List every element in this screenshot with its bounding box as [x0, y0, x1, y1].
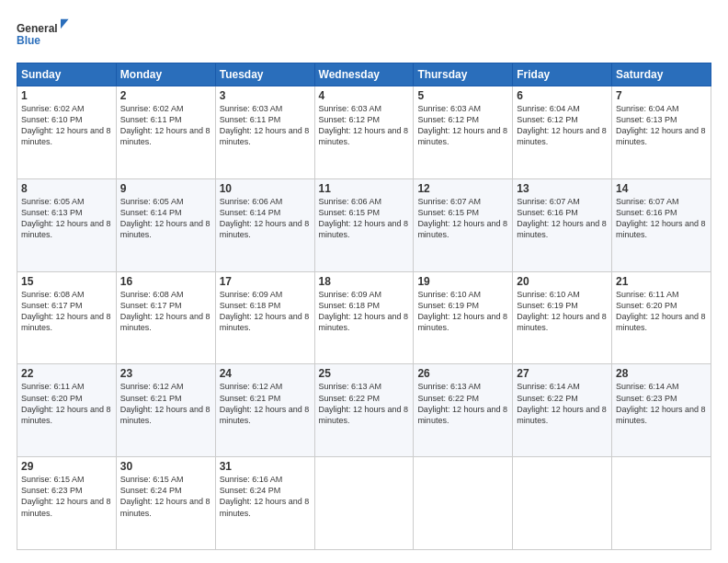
sunset-label: Sunset: 6:20 PM [21, 394, 83, 403]
day-number: 28 [616, 367, 707, 380]
day-number: 29 [21, 460, 112, 473]
sunrise-label: Sunrise: 6:16 AM [220, 475, 283, 484]
logo: General Blue [17, 17, 72, 53]
sunset-label: Sunset: 6:18 PM [220, 301, 281, 310]
day-info: Sunrise: 6:05 AM Sunset: 6:14 PM Dayligh… [120, 196, 211, 241]
sunset-label: Sunset: 6:13 PM [21, 208, 83, 217]
day-number: 18 [319, 275, 410, 288]
day-info: Sunrise: 6:03 AM Sunset: 6:12 PM Dayligh… [319, 103, 410, 148]
daylight-label: Daylight: 12 hours and 8 minutes. [21, 497, 111, 517]
calendar-cell: 12 Sunrise: 6:07 AM Sunset: 6:15 PM Dayl… [414, 178, 513, 271]
day-number: 4 [319, 89, 410, 102]
sunset-label: Sunset: 6:24 PM [220, 486, 281, 495]
sunrise-label: Sunrise: 6:11 AM [616, 290, 679, 299]
day-number: 25 [319, 367, 410, 380]
sunrise-label: Sunrise: 6:14 AM [517, 382, 580, 391]
calendar-cell: 27 Sunrise: 6:14 AM Sunset: 6:22 PM Dayl… [513, 364, 612, 457]
daylight-label: Daylight: 12 hours and 8 minutes. [319, 405, 409, 425]
calendar-cell: 5 Sunrise: 6:03 AM Sunset: 6:12 PM Dayli… [414, 86, 513, 179]
daylight-label: Daylight: 12 hours and 8 minutes. [616, 219, 706, 239]
sunrise-label: Sunrise: 6:08 AM [21, 290, 85, 299]
sunset-label: Sunset: 6:22 PM [319, 394, 381, 403]
sunrise-label: Sunrise: 6:05 AM [21, 197, 85, 206]
sunrise-label: Sunrise: 6:04 AM [517, 104, 580, 113]
day-info: Sunrise: 6:06 AM Sunset: 6:15 PM Dayligh… [319, 196, 410, 241]
sunrise-label: Sunrise: 6:07 AM [517, 197, 580, 206]
day-number: 8 [21, 182, 112, 195]
sunrise-label: Sunrise: 6:12 AM [220, 382, 283, 391]
calendar-cell: 24 Sunrise: 6:12 AM Sunset: 6:21 PM Dayl… [215, 364, 314, 457]
sunrise-label: Sunrise: 6:05 AM [120, 197, 184, 206]
sunset-label: Sunset: 6:14 PM [120, 208, 182, 217]
sunrise-label: Sunrise: 6:02 AM [120, 104, 184, 113]
daylight-label: Daylight: 12 hours and 8 minutes. [616, 126, 706, 146]
calendar-cell: 21 Sunrise: 6:11 AM Sunset: 6:20 PM Dayl… [612, 271, 711, 364]
daylight-label: Daylight: 12 hours and 8 minutes. [319, 219, 409, 239]
calendar-cell: 23 Sunrise: 6:12 AM Sunset: 6:21 PM Dayl… [116, 364, 215, 457]
sunrise-label: Sunrise: 6:09 AM [319, 290, 382, 299]
daylight-label: Daylight: 12 hours and 8 minutes. [120, 405, 210, 425]
calendar-cell: 16 Sunrise: 6:08 AM Sunset: 6:17 PM Dayl… [116, 271, 215, 364]
day-number: 12 [417, 182, 508, 195]
sunrise-label: Sunrise: 6:03 AM [319, 104, 382, 113]
daylight-label: Daylight: 12 hours and 8 minutes. [319, 312, 409, 332]
calendar-cell: 7 Sunrise: 6:04 AM Sunset: 6:13 PM Dayli… [612, 86, 711, 179]
sunset-label: Sunset: 6:22 PM [517, 394, 578, 403]
sunset-label: Sunset: 6:11 PM [120, 115, 182, 124]
weekday-header: Saturday [612, 63, 711, 86]
sunrise-label: Sunrise: 6:04 AM [616, 104, 679, 113]
day-info: Sunrise: 6:02 AM Sunset: 6:10 PM Dayligh… [21, 103, 112, 148]
calendar-cell: 31 Sunrise: 6:16 AM Sunset: 6:24 PM Dayl… [215, 457, 314, 550]
sunrise-label: Sunrise: 6:10 AM [417, 290, 481, 299]
sunset-label: Sunset: 6:18 PM [319, 301, 381, 310]
day-number: 2 [120, 89, 211, 102]
sunset-label: Sunset: 6:13 PM [616, 115, 677, 124]
calendar-cell: 18 Sunrise: 6:09 AM Sunset: 6:18 PM Dayl… [314, 271, 414, 364]
daylight-label: Daylight: 12 hours and 8 minutes. [21, 312, 111, 332]
day-number: 20 [517, 275, 608, 288]
sunset-label: Sunset: 6:22 PM [417, 394, 479, 403]
svg-marker-2 [61, 19, 69, 29]
day-info: Sunrise: 6:09 AM Sunset: 6:18 PM Dayligh… [220, 289, 311, 334]
day-info: Sunrise: 6:11 AM Sunset: 6:20 PM Dayligh… [616, 289, 707, 334]
calendar-cell: 22 Sunrise: 6:11 AM Sunset: 6:20 PM Dayl… [17, 364, 117, 457]
daylight-label: Daylight: 12 hours and 8 minutes. [120, 312, 210, 332]
sunset-label: Sunset: 6:17 PM [21, 301, 83, 310]
day-info: Sunrise: 6:07 AM Sunset: 6:16 PM Dayligh… [517, 196, 608, 241]
calendar-cell: 11 Sunrise: 6:06 AM Sunset: 6:15 PM Dayl… [314, 178, 414, 271]
sunset-label: Sunset: 6:14 PM [220, 208, 281, 217]
day-number: 13 [517, 182, 608, 195]
day-info: Sunrise: 6:03 AM Sunset: 6:12 PM Dayligh… [417, 103, 508, 148]
day-number: 21 [616, 275, 707, 288]
daylight-label: Daylight: 12 hours and 8 minutes. [21, 405, 111, 425]
daylight-label: Daylight: 12 hours and 8 minutes. [616, 312, 706, 332]
sunset-label: Sunset: 6:23 PM [616, 394, 677, 403]
sunset-label: Sunset: 6:19 PM [417, 301, 479, 310]
calendar-cell [612, 457, 711, 550]
calendar-table: SundayMondayTuesdayWednesdayThursdayFrid… [17, 63, 711, 550]
sunrise-label: Sunrise: 6:08 AM [120, 290, 184, 299]
day-info: Sunrise: 6:07 AM Sunset: 6:15 PM Dayligh… [417, 196, 508, 241]
day-number: 16 [120, 275, 211, 288]
day-info: Sunrise: 6:04 AM Sunset: 6:12 PM Dayligh… [517, 103, 608, 148]
day-number: 1 [21, 89, 112, 102]
sunrise-label: Sunrise: 6:13 AM [319, 382, 382, 391]
day-info: Sunrise: 6:07 AM Sunset: 6:16 PM Dayligh… [616, 196, 707, 241]
calendar-cell [513, 457, 612, 550]
sunset-label: Sunset: 6:12 PM [517, 115, 578, 124]
sunrise-label: Sunrise: 6:10 AM [517, 290, 580, 299]
day-info: Sunrise: 6:08 AM Sunset: 6:17 PM Dayligh… [21, 289, 112, 334]
day-number: 3 [220, 89, 311, 102]
sunrise-label: Sunrise: 6:15 AM [21, 475, 85, 484]
sunset-label: Sunset: 6:17 PM [120, 301, 182, 310]
day-info: Sunrise: 6:05 AM Sunset: 6:13 PM Dayligh… [21, 196, 112, 241]
day-number: 6 [517, 89, 608, 102]
day-info: Sunrise: 6:08 AM Sunset: 6:17 PM Dayligh… [120, 289, 211, 334]
day-number: 15 [21, 275, 112, 288]
calendar-cell: 3 Sunrise: 6:03 AM Sunset: 6:11 PM Dayli… [215, 86, 314, 179]
sunset-label: Sunset: 6:15 PM [319, 208, 381, 217]
svg-text:General: General [17, 22, 58, 35]
calendar-cell: 20 Sunrise: 6:10 AM Sunset: 6:19 PM Dayl… [513, 271, 612, 364]
sunrise-label: Sunrise: 6:14 AM [616, 382, 679, 391]
sunrise-label: Sunrise: 6:11 AM [21, 382, 85, 391]
